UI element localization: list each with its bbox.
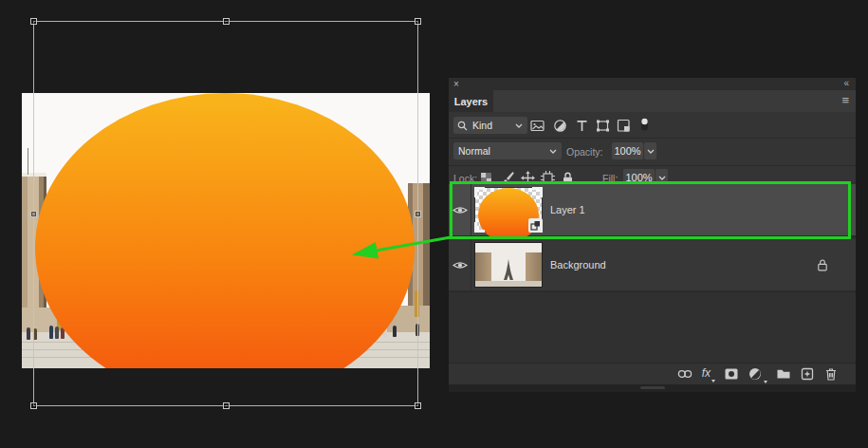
adjustment-layer-icon[interactable] bbox=[748, 366, 767, 382]
new-layer-icon[interactable] bbox=[800, 366, 815, 382]
chevron-down-icon bbox=[647, 149, 655, 154]
new-group-icon[interactable] bbox=[776, 366, 791, 382]
orange-ellipse-layer[interactable] bbox=[35, 93, 415, 368]
photo-gold-statue-right bbox=[415, 290, 419, 317]
panel-menu-icon[interactable]: ≡ bbox=[841, 93, 849, 107]
layers-panel: × « Layers ≡ Kind bbox=[449, 78, 856, 392]
tab-layers[interactable]: Layers bbox=[449, 90, 493, 112]
chevron-down-icon bbox=[549, 149, 557, 154]
layer-name: Layer 1 bbox=[550, 204, 585, 215]
resize-gripper bbox=[640, 386, 665, 389]
panel-titlebar: × « bbox=[449, 78, 856, 90]
visibility-toggle[interactable] bbox=[449, 239, 471, 290]
filter-kind-label: Kind bbox=[468, 120, 515, 131]
document-canvas[interactable] bbox=[22, 93, 430, 368]
transform-handle-bottom-center[interactable] bbox=[223, 402, 230, 409]
background-lock-icon bbox=[816, 258, 829, 272]
opacity-label: Opacity: bbox=[566, 146, 603, 158]
blend-mode-dropdown[interactable]: Normal bbox=[453, 142, 562, 159]
layer-style-icon[interactable]: fx bbox=[702, 367, 715, 381]
visibility-toggle[interactable] bbox=[449, 184, 471, 235]
thumbnail-orange-ellipse bbox=[478, 188, 539, 242]
close-icon[interactable]: × bbox=[453, 78, 459, 90]
layer-mask-icon[interactable] bbox=[724, 366, 739, 382]
link-layers-icon[interactable] bbox=[676, 366, 693, 382]
panel-tab-bar: Layers ≡ bbox=[449, 90, 856, 112]
transform-handle-mid-left[interactable] bbox=[30, 211, 37, 217]
layer-1-thumbnail[interactable] bbox=[475, 188, 542, 232]
pixel-layers-filter-icon[interactable] bbox=[530, 119, 545, 133]
adjustment-layers-filter-icon[interactable] bbox=[553, 119, 567, 133]
chevron-down-icon bbox=[658, 176, 666, 180]
panel-footer: fx bbox=[449, 363, 856, 384]
tab-layers-label: Layers bbox=[454, 96, 488, 107]
layer-row-background[interactable]: Background bbox=[449, 239, 856, 292]
blend-mode-value: Normal bbox=[453, 145, 549, 157]
shape-layers-filter-icon[interactable] bbox=[596, 119, 610, 133]
layer-filter-toggle[interactable] bbox=[637, 117, 652, 132]
eye-icon bbox=[452, 205, 468, 215]
layer-name: Background bbox=[550, 259, 606, 271]
type-layers-filter-icon[interactable] bbox=[575, 119, 589, 133]
opacity-value: 100% bbox=[614, 145, 640, 157]
delete-layer-icon[interactable] bbox=[823, 366, 839, 382]
layer-filter-kind-dropdown[interactable]: Kind bbox=[453, 117, 527, 134]
eiffel-tower-silhouette bbox=[502, 259, 515, 282]
opacity-dropdown-button[interactable] bbox=[644, 142, 656, 159]
search-icon bbox=[457, 121, 468, 131]
transform-handle-bottom-right[interactable] bbox=[415, 402, 421, 409]
chevron-down-icon bbox=[515, 123, 523, 128]
photo-antenna bbox=[28, 148, 28, 175]
transform-handle-bottom-left[interactable] bbox=[30, 402, 37, 409]
transform-handle-top-left[interactable] bbox=[30, 18, 37, 25]
panel-resize-strip[interactable] bbox=[449, 384, 856, 392]
transform-handle-top-center[interactable] bbox=[223, 18, 230, 25]
opacity-value-field[interactable]: 100% bbox=[612, 142, 643, 159]
background-thumbnail[interactable] bbox=[475, 243, 542, 287]
smart-object-filter-icon[interactable] bbox=[617, 119, 631, 133]
layers-list: Layer 1 Background bbox=[449, 182, 856, 363]
smart-object-badge-icon bbox=[528, 218, 543, 233]
collapse-panel-icon[interactable]: « bbox=[843, 77, 848, 89]
layer-row-layer-1[interactable]: Layer 1 bbox=[449, 184, 856, 237]
transform-handle-top-right[interactable] bbox=[415, 18, 421, 25]
eye-icon bbox=[452, 260, 468, 271]
transform-handle-mid-right[interactable] bbox=[415, 211, 421, 217]
